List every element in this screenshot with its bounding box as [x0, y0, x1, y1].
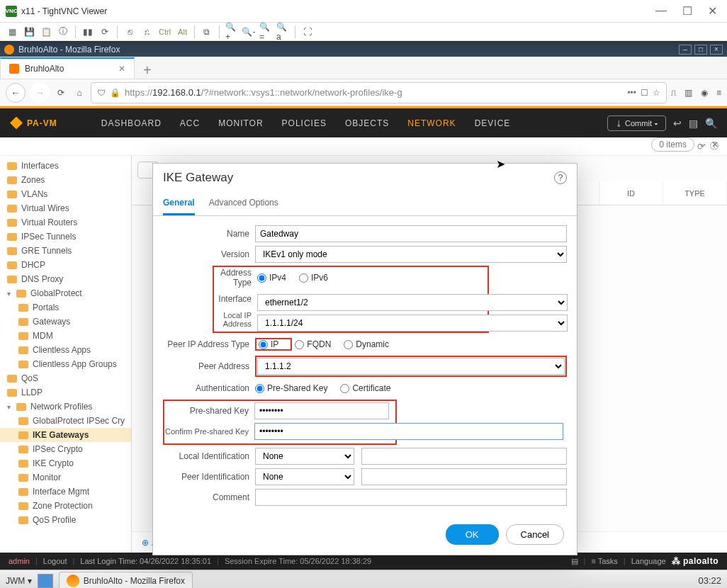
- ff-maximize-button[interactable]: □: [694, 45, 707, 55]
- show-desktop-button[interactable]: [38, 574, 53, 588]
- taskbar-app-firefox[interactable]: BruhloAlto - Mozilla Firefox: [59, 572, 193, 589]
- ok-button[interactable]: OK: [446, 524, 499, 545]
- sidebar-item[interactable]: Interface Mgmt: [0, 485, 131, 499]
- sidebar-item[interactable]: IPSec Crypto: [0, 442, 131, 456]
- ff-minimize-button[interactable]: –: [679, 45, 692, 55]
- footer-admin[interactable]: admin: [9, 557, 30, 565]
- interface-select[interactable]: ethernet1/2: [257, 294, 568, 311]
- radio-ipv4[interactable]: IPv4: [257, 273, 286, 283]
- nav-dashboard[interactable]: DASHBOARD: [101, 118, 162, 128]
- minimize-button[interactable]: —: [651, 3, 671, 19]
- comment-input[interactable]: [255, 489, 567, 506]
- sidebar-item[interactable]: QoS: [0, 371, 131, 385]
- radio-cert[interactable]: Certificate: [340, 383, 390, 393]
- start-menu[interactable]: JWM ▾: [6, 576, 32, 586]
- sidebar-item[interactable]: Gateways: [0, 315, 131, 329]
- sidebar-item[interactable]: Zone Protection: [0, 499, 131, 513]
- sidebar-item[interactable]: Monitor: [0, 470, 131, 485]
- tab-close-icon[interactable]: ✕: [118, 64, 125, 74]
- confirm-psk-input[interactable]: [254, 423, 563, 440]
- peer-address-select[interactable]: 1.1.1.2: [257, 358, 565, 375]
- radio-psk[interactable]: Pre-Shared Key: [255, 383, 327, 393]
- peer-id-type-select[interactable]: None: [255, 468, 354, 485]
- info-icon[interactable]: ⓘ: [57, 26, 69, 38]
- local-id-value-input[interactable]: [361, 448, 567, 465]
- search-icon[interactable]: 🔍: [705, 118, 717, 129]
- sidebar-item[interactable]: LLDP: [0, 385, 131, 400]
- back-button[interactable]: ←: [6, 83, 26, 103]
- sidebar-item[interactable]: VLANs: [0, 187, 131, 201]
- menu-icon[interactable]: ≡: [716, 88, 721, 98]
- alt-key[interactable]: Alt: [176, 28, 188, 36]
- nav-network[interactable]: NETWORK: [407, 118, 456, 128]
- new-conn-icon[interactable]: ▦: [6, 26, 18, 38]
- new-tab-button[interactable]: +: [135, 62, 160, 79]
- copy-icon[interactable]: ⧉: [201, 26, 213, 38]
- zoom-fit-icon[interactable]: 🔍=: [259, 26, 272, 38]
- sidebar-item[interactable]: DNS Proxy: [0, 272, 131, 286]
- name-input[interactable]: [255, 225, 567, 242]
- network-sidebar[interactable]: InterfacesZonesVLANsVirtual WiresVirtual…: [0, 156, 132, 553]
- sidebar-item[interactable]: IKE Gateways: [0, 428, 131, 442]
- sidebar-item[interactable]: ▾Network Profiles: [0, 400, 131, 414]
- items-next-icon[interactable]: →: [699, 140, 707, 149]
- maximize-button[interactable]: ☐: [678, 3, 697, 19]
- nav-monitor[interactable]: MONITOR: [218, 118, 263, 128]
- sidebar-item[interactable]: Interfaces: [0, 159, 131, 173]
- items-close-icon[interactable]: ✕: [711, 140, 718, 149]
- sidebar-item[interactable]: Clientless Apps: [0, 343, 131, 357]
- home-button[interactable]: ⌂: [72, 88, 86, 98]
- radio-peer-ip[interactable]: IP: [259, 339, 278, 349]
- close-button[interactable]: ✕: [704, 3, 721, 19]
- revert-icon[interactable]: ↩: [673, 118, 682, 129]
- nav-objects[interactable]: OBJECTS: [345, 118, 389, 128]
- sidebar-item[interactable]: DHCP: [0, 258, 131, 272]
- radio-ipv6[interactable]: IPv6: [299, 273, 328, 283]
- local-ip-select[interactable]: 1.1.1.1/24: [257, 315, 568, 332]
- reader-icon[interactable]: ☐: [641, 88, 648, 98]
- tab-advanced[interactable]: Advanced Options: [209, 192, 278, 215]
- footer-language[interactable]: Language: [631, 557, 666, 565]
- sidebar-item[interactable]: MDM: [0, 329, 131, 343]
- zoom-auto-icon[interactable]: 🔍a: [276, 26, 289, 38]
- key-icon[interactable]: ⎌: [140, 26, 153, 38]
- ff-close-button[interactable]: ×: [710, 45, 723, 55]
- radio-peer-fqdn[interactable]: FQDN: [295, 339, 331, 349]
- sidebar-item[interactable]: Virtual Wires: [0, 201, 131, 215]
- sidebar-item[interactable]: Clientless App Groups: [0, 357, 131, 371]
- cancel-button[interactable]: Cancel: [506, 524, 564, 545]
- forward-button[interactable]: →: [30, 83, 50, 103]
- footer-docs-icon[interactable]: ▤: [571, 557, 578, 566]
- reload-button[interactable]: ⟳: [54, 88, 68, 98]
- zoom-in-icon[interactable]: 🔍+: [225, 26, 238, 38]
- fullscreen-icon[interactable]: ⛶: [301, 26, 314, 38]
- grid-column-header[interactable]: TYPE: [663, 181, 727, 205]
- footer-logout[interactable]: Logout: [43, 557, 67, 565]
- peer-id-value-input[interactable]: [361, 468, 567, 485]
- pause-icon[interactable]: ▮▮: [81, 26, 94, 38]
- tab-general[interactable]: General: [163, 192, 195, 215]
- config-icon[interactable]: ▤: [689, 118, 698, 129]
- library-icon[interactable]: ⎍: [671, 88, 676, 98]
- sidebar-item[interactable]: GlobalProtect IPSec Cry: [0, 414, 131, 428]
- dialog-help-icon[interactable]: ?: [554, 171, 567, 184]
- zoom-out-icon[interactable]: 🔍-: [242, 26, 255, 38]
- radio-peer-dynamic[interactable]: Dynamic: [344, 339, 389, 349]
- commit-button[interactable]: ⭳ Commit ▾: [607, 115, 666, 131]
- sidebar-item[interactable]: IPSec Tunnels: [0, 230, 131, 244]
- bookmark-icon[interactable]: ☆: [653, 88, 660, 98]
- sidebar-item[interactable]: Portals: [0, 300, 131, 315]
- refresh-icon[interactable]: ⟳: [98, 26, 111, 38]
- footer-tasks[interactable]: ≡ Tasks: [591, 557, 617, 565]
- psk-input[interactable]: [254, 402, 389, 419]
- sidebar-item[interactable]: GRE Tunnels: [0, 244, 131, 258]
- options-icon[interactable]: 📋: [40, 26, 52, 38]
- version-select[interactable]: IKEv1 only mode: [255, 246, 567, 263]
- sidebar-item[interactable]: Virtual Routers: [0, 215, 131, 230]
- sidebar-item[interactable]: QoS Profile: [0, 513, 131, 527]
- sidebar-icon[interactable]: ▥: [684, 88, 692, 98]
- grid-column-header[interactable]: ID: [599, 181, 663, 205]
- nav-device[interactable]: DEVICE: [475, 118, 511, 128]
- address-bar[interactable]: 🛡 🔒 https://192.168.0.1/?#network::vsys1…: [91, 82, 667, 103]
- save-icon[interactable]: 💾: [23, 26, 35, 38]
